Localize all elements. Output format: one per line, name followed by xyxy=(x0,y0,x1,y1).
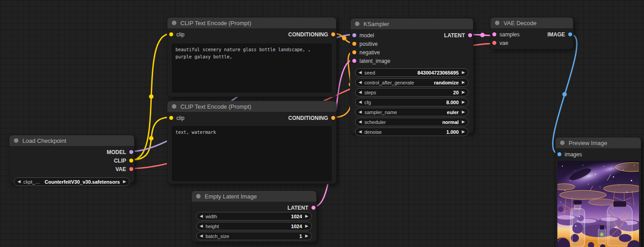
collapse-dot-icon[interactable] xyxy=(560,141,565,145)
prev-value-icon[interactable]: ◀ xyxy=(359,80,362,84)
node-header[interactable]: KSampler xyxy=(350,18,473,29)
widget-value: 20 xyxy=(453,90,459,95)
next-value-icon[interactable]: ▶ xyxy=(462,80,465,84)
output-row: CLIP xyxy=(9,156,134,165)
model-output-port[interactable] xyxy=(129,150,133,154)
next-value-icon[interactable]: ▶ xyxy=(462,90,465,94)
collapse-dot-icon[interactable] xyxy=(172,21,176,25)
steps-widget[interactable]: ◀ steps 20 ▶ xyxy=(355,88,469,97)
next-value-icon[interactable]: ▶ xyxy=(462,100,465,104)
next-value-icon[interactable]: ▶ xyxy=(305,214,308,218)
next-value-icon[interactable]: ▶ xyxy=(123,180,126,184)
ckpt-name-widget[interactable]: ◀ ckpt_name CounterfeitV30_v30.safetenso… xyxy=(14,177,130,186)
node-ksampler[interactable]: KSampler model LATENT positive negative … xyxy=(350,18,473,133)
widget-value: 1.000 xyxy=(447,129,459,135)
output-label: LATENT xyxy=(444,32,465,39)
collapse-dot-icon[interactable] xyxy=(196,194,201,198)
control-after-generate-widget[interactable]: ◀ control_after_generate randomize ▶ xyxy=(355,78,469,87)
prompt-textarea[interactable]: beautiful scenery nature glass bottle la… xyxy=(172,44,332,93)
model-input-port[interactable] xyxy=(352,33,356,37)
prompt-textarea[interactable]: text, watermark xyxy=(172,126,332,181)
clip-output-port[interactable] xyxy=(129,159,133,163)
negative-input-port[interactable] xyxy=(352,50,356,54)
prev-value-icon[interactable]: ◀ xyxy=(359,90,362,94)
input-label: vae xyxy=(499,40,508,46)
node-header[interactable]: Preview Image xyxy=(556,137,641,148)
width-widget[interactable]: ◀ width 1024 ▶ xyxy=(196,212,312,221)
node-load-checkpoint[interactable]: Load Checkpoint MODEL CLIP VAE ◀ ckpt_na… xyxy=(9,135,135,183)
prev-value-icon[interactable]: ◀ xyxy=(200,234,203,238)
widget-value: normal xyxy=(442,119,459,125)
next-value-icon[interactable]: ▶ xyxy=(462,130,465,134)
link-dot-image-preview[interactable] xyxy=(562,92,567,97)
node-header[interactable]: VAE Decode xyxy=(491,18,573,28)
conditioning-output-port[interactable] xyxy=(331,32,335,36)
seed-widget[interactable]: ◀ seed 843004723065695 ▶ xyxy=(355,68,469,77)
widget-name: batch_size xyxy=(206,234,229,239)
next-value-icon[interactable]: ▶ xyxy=(462,110,465,114)
link-dot-clip-negative[interactable] xyxy=(149,136,153,141)
node-preview-image[interactable]: Preview Image images xyxy=(555,137,641,247)
input-label: samples xyxy=(499,31,520,38)
next-value-icon[interactable]: ▶ xyxy=(305,224,308,228)
scheduler-widget[interactable]: ◀ scheduler normal ▶ xyxy=(355,118,469,126)
collapse-dot-icon[interactable] xyxy=(355,22,359,26)
latent-output-port[interactable] xyxy=(468,33,472,37)
sampler-name-widget[interactable]: ◀ sampler_name euler ▶ xyxy=(355,108,469,116)
output-label: LATENT xyxy=(288,205,308,211)
node-header[interactable]: CLIP Text Encode (Prompt) xyxy=(167,18,336,28)
latent-output-port[interactable] xyxy=(311,206,315,210)
widget-value: CounterfeitV30_v30.safetensors xyxy=(45,179,120,185)
output-row: MODEL xyxy=(9,148,134,156)
node-header[interactable]: CLIP Text Encode (Prompt) xyxy=(167,101,336,112)
clip-input-port[interactable] xyxy=(169,116,173,120)
node-vae-decode[interactable]: VAE Decode samples IMAGE vae xyxy=(490,17,574,49)
height-widget[interactable]: ◀ height 1024 ▶ xyxy=(196,222,312,230)
node-clip-text-encode-positive[interactable]: CLIP Text Encode (Prompt) clip CONDITION… xyxy=(167,17,337,97)
positive-input-port[interactable] xyxy=(352,42,356,46)
node-title: Load Checkpoint xyxy=(22,137,66,144)
vae-output-port[interactable] xyxy=(129,167,133,171)
prev-value-icon[interactable]: ◀ xyxy=(18,180,21,184)
image-output-port[interactable] xyxy=(568,32,572,36)
prev-value-icon[interactable]: ◀ xyxy=(359,130,362,134)
link-dot-positive-conditioning[interactable] xyxy=(342,36,346,40)
next-value-icon[interactable]: ▶ xyxy=(462,71,465,75)
port-row: samples IMAGE xyxy=(491,30,573,39)
latent-image-input-port[interactable] xyxy=(352,59,356,63)
prev-value-icon[interactable]: ◀ xyxy=(359,71,362,75)
node-header[interactable]: Empty Latent Image xyxy=(192,191,316,202)
link-dot-clip-positive[interactable] xyxy=(149,94,153,99)
images-input-port[interactable] xyxy=(557,152,561,156)
collapse-dot-icon[interactable] xyxy=(495,21,499,25)
link-dot-latent-samples[interactable] xyxy=(480,33,485,37)
node-empty-latent-image[interactable]: Empty Latent Image LATENT ◀ width 1024 ▶… xyxy=(191,190,317,243)
widget-name: width xyxy=(206,214,217,219)
output-label: IMAGE xyxy=(548,31,565,38)
conditioning-output-port[interactable] xyxy=(331,116,335,120)
clip-input-port[interactable] xyxy=(169,32,173,36)
collapse-dot-icon[interactable] xyxy=(14,138,18,143)
output-label: CLIP xyxy=(114,158,126,164)
widget-name: ckpt_name xyxy=(23,179,42,185)
batch-size-widget[interactable]: ◀ batch_size 1 ▶ xyxy=(196,232,312,240)
node-header[interactable]: Load Checkpoint xyxy=(9,135,134,146)
input-label: positive xyxy=(359,41,378,47)
prev-value-icon[interactable]: ◀ xyxy=(359,110,362,114)
prev-value-icon[interactable]: ◀ xyxy=(359,100,362,104)
input-label: latent_image xyxy=(359,58,390,64)
node-clip-text-encode-negative[interactable]: CLIP Text Encode (Prompt) clip CONDITION… xyxy=(167,101,337,184)
vae-input-port[interactable] xyxy=(492,41,496,45)
widget-name: sampler_name xyxy=(364,110,397,115)
prev-value-icon[interactable]: ◀ xyxy=(200,214,203,218)
next-value-icon[interactable]: ▶ xyxy=(305,234,308,238)
next-value-icon[interactable]: ▶ xyxy=(462,120,465,124)
cfg-widget[interactable]: ◀ cfg 8.000 ▶ xyxy=(355,98,469,106)
denoise-widget[interactable]: ◀ denoise 1.000 ▶ xyxy=(355,128,469,136)
samples-input-port[interactable] xyxy=(492,32,496,36)
collapse-dot-icon[interactable] xyxy=(172,104,176,109)
prev-value-icon[interactable]: ◀ xyxy=(200,224,203,228)
graph-canvas[interactable]: Load Checkpoint MODEL CLIP VAE ◀ ckpt_na… xyxy=(0,0,644,247)
node-title: VAE Decode xyxy=(504,20,536,26)
prev-value-icon[interactable]: ◀ xyxy=(359,120,362,124)
